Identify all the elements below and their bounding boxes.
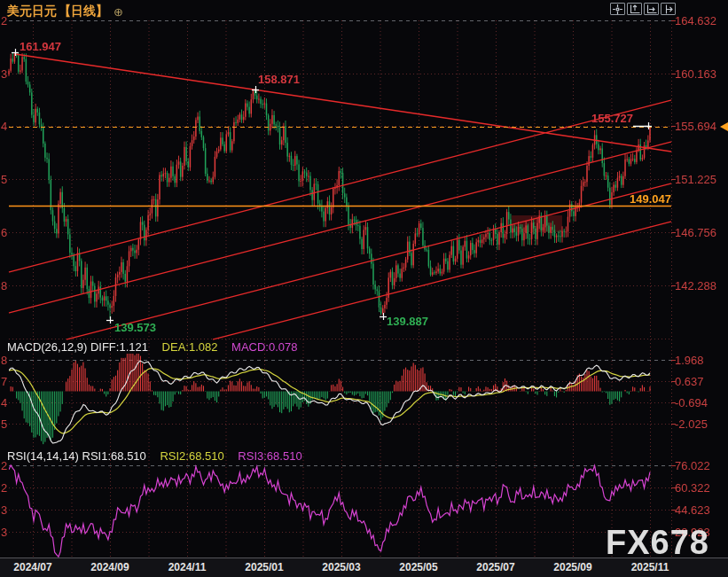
x-axis-label: 2025/01	[241, 561, 287, 573]
rsi2-value: RSI2:68.510	[160, 449, 223, 463]
left-axis-digit: 2	[1, 14, 10, 27]
rsi-params-rsi1[interactable]: RSI(14,14,14) RSI1:68.510	[7, 449, 146, 463]
rsi-axis-label: 44.623	[675, 503, 726, 517]
period-label: 【日线】	[59, 4, 108, 19]
y-axis-label: 164.632	[675, 14, 726, 27]
left-axis-digit: 5	[1, 173, 10, 186]
swing-high-label: 155.727	[591, 112, 633, 125]
y-axis-label: 151.225	[675, 173, 726, 186]
left-axis-digit: 5	[1, 417, 10, 431]
macd-axis-label: -2.025	[675, 417, 726, 431]
current-price-arrow-icon	[720, 122, 728, 131]
scroll-to-latest-icon[interactable]	[661, 3, 676, 15]
left-axis-digit: 4	[1, 396, 10, 409]
macd-dea-value: DEA:1.082	[162, 340, 218, 354]
y-axis-label: 155.694	[675, 120, 726, 133]
macd-hist-value: MACD:0.078	[231, 340, 297, 354]
add-indicator-icon[interactable]: ⊕	[114, 5, 123, 19]
rsi-axis-label: 76.022	[675, 459, 726, 472]
swing-high-label: 161.947	[20, 40, 61, 53]
left-axis-digit: 6	[1, 226, 10, 239]
macd-axis-label: -0.694	[675, 396, 726, 409]
left-axis-digit: 8	[1, 279, 10, 292]
scale-y-axis-icon[interactable]	[627, 3, 642, 15]
rsi3-value: RSI3:68.510	[238, 449, 301, 463]
chart-toolbar	[610, 3, 676, 15]
y-axis-label: 160.163	[675, 67, 726, 81]
y-axis-label: 146.756	[675, 226, 726, 239]
macd-axis-label: 1.968	[675, 354, 726, 367]
rsi-legend: RSI(14,14,14) RSI1:68.510 RSI2:68.510 RS…	[7, 449, 313, 463]
x-axis-label: 2025/09	[550, 561, 596, 573]
support-level-label: 149.047	[623, 192, 671, 206]
swing-low-label: 139.573	[114, 321, 156, 334]
left-axis-digit: 3	[1, 67, 10, 81]
left-axis-digit: 8	[1, 354, 10, 367]
watermark: FX678	[606, 524, 709, 562]
left-axis-digit: 7	[1, 375, 10, 388]
crosshair-icon[interactable]	[610, 3, 625, 15]
scale-x-axis-icon[interactable]	[644, 3, 659, 15]
x-axis-label: 2025/03	[318, 561, 364, 573]
x-axis-label: 2025/05	[395, 561, 442, 573]
x-axis-label: 2025/07	[473, 561, 519, 573]
macd-axis-label: 0.637	[675, 375, 726, 388]
macd-params-diff[interactable]: MACD(26,12,9) DIFF:1.121	[7, 340, 148, 354]
chart-title: 美元日元 【日线】 ⊕	[7, 4, 123, 19]
swing-high-label: 158.871	[258, 73, 300, 86]
trading-chart-window: 美元日元 【日线】 ⊕ 164.632 160.163 155.694 151.…	[0, 0, 728, 577]
left-axis-digit: 3	[1, 526, 10, 539]
left-axis-digit: 3	[1, 503, 10, 517]
macd-legend: MACD(26,12,9) DIFF:1.121 DEA:1.082 MACD:…	[7, 340, 309, 354]
rsi-axis-label: 60.322	[675, 481, 726, 495]
chart-canvas[interactable]	[0, 0, 728, 577]
x-axis-label: 2025/11	[627, 561, 673, 573]
x-axis-label: 2024/07	[10, 561, 56, 573]
swing-low-label: 139.887	[387, 315, 428, 328]
x-axis-label: 2024/09	[87, 561, 133, 573]
y-axis-label: 142.288	[675, 279, 726, 292]
left-axis-digit: 4	[1, 120, 10, 133]
left-axis-digit: 2	[1, 481, 10, 495]
symbol-name: 美元日元	[7, 4, 57, 19]
x-axis-label: 2024/11	[164, 561, 210, 573]
